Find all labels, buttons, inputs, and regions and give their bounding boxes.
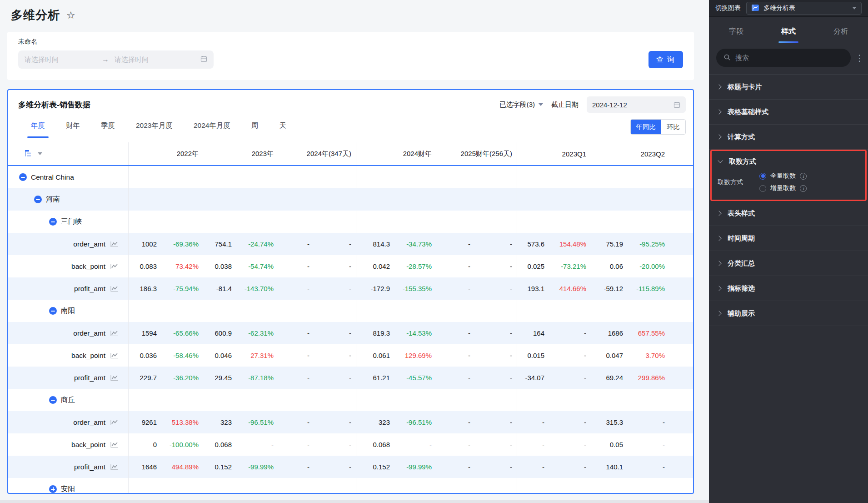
trend-chart-icon[interactable] <box>110 463 119 471</box>
period-tab-6[interactable]: 天 <box>278 117 287 138</box>
cell-value: 0.015 <box>517 352 544 359</box>
trend-chart-icon[interactable] <box>110 419 119 426</box>
dimension-header-cell[interactable] <box>8 142 129 165</box>
value-cell: 29.45-87.18% <box>203 367 278 389</box>
period-tab-5[interactable]: 周 <box>250 117 259 138</box>
value-cell <box>203 166 278 188</box>
section-header-header-style[interactable]: 表头样式 <box>709 201 868 226</box>
table-header-row: 2022年2023年2024年(347天)2024财年2025财年(256天)2… <box>8 142 693 166</box>
period-tab-2[interactable]: 季度 <box>100 117 116 138</box>
sidebar-search-input[interactable]: 搜索 <box>716 49 851 67</box>
period-tab-4[interactable]: 2024年月度 <box>193 117 231 138</box>
value-cell: -- <box>278 233 356 255</box>
cell-value: 323 <box>356 418 390 426</box>
value-cell: -- <box>278 367 356 389</box>
value-cell <box>203 300 278 322</box>
radio-option-1[interactable]: 增量取数i <box>759 184 807 192</box>
radio-option-0[interactable]: 全量取数i <box>759 172 807 180</box>
group-label: 安阳 <box>61 484 75 494</box>
collapse-minus-icon[interactable] <box>19 173 27 181</box>
table-row: profit_amt186.3-75.94%-81.4-143.70%---17… <box>8 277 693 300</box>
metric-cell: profit_amt <box>8 456 129 478</box>
value-cell: 0.061129.69% <box>356 344 436 367</box>
section-label: 表格基础样式 <box>728 108 768 116</box>
cell-percent: -62.31% <box>232 329 274 337</box>
sidebar-tab-0[interactable]: 字段 <box>729 17 743 46</box>
cell-percent: -73.21% <box>544 262 586 270</box>
date-end-input[interactable]: 请选择时间 <box>115 55 200 64</box>
chevron-right-icon <box>716 286 721 291</box>
metric-cell: order_amt <box>8 233 129 255</box>
cell-value: - <box>436 262 470 270</box>
collapse-minus-icon[interactable] <box>34 196 42 203</box>
section-header-calc-method[interactable]: 计算方式 <box>709 125 868 150</box>
cell-percent: -75.94% <box>157 285 199 292</box>
analysis-table-panel[interactable]: 多维分析表-销售数据 已选字段(3) 截止日期 2024-12-12 年度财年季… <box>7 89 694 494</box>
period-tab-0[interactable]: 年度 <box>30 117 46 138</box>
deadline-date-input[interactable]: 2024-12-12 <box>587 96 686 113</box>
favorite-star-icon[interactable]: ☆ <box>66 10 75 20</box>
value-cell <box>591 389 693 411</box>
horizontal-scrollbar[interactable] <box>0 500 709 503</box>
collapse-minus-icon[interactable] <box>49 218 57 226</box>
cell-percent: -54.74% <box>232 262 274 270</box>
cell-percent: - <box>309 374 351 382</box>
query-button[interactable]: 查 询 <box>649 51 683 68</box>
radio-selected-icon[interactable] <box>759 173 766 180</box>
section-header-auxiliary-display[interactable]: 辅助展示 <box>709 301 868 326</box>
section-header-fetch-method[interactable]: 取数方式 <box>712 151 865 172</box>
table-row: order_amt1594-65.66%600.9-62.31%--819.3-… <box>8 322 693 344</box>
cell-value: - <box>436 441 470 448</box>
value-cell: 0.068- <box>356 433 436 456</box>
cell-value: - <box>278 329 309 337</box>
trend-chart-icon[interactable] <box>110 352 119 359</box>
section-header-table-base-style[interactable]: 表格基础样式 <box>709 100 868 125</box>
date-range-picker[interactable]: 请选择时间 → 请选择时间 <box>18 50 214 69</box>
compare-option-1[interactable]: 环比 <box>661 120 685 134</box>
cell-percent: - <box>544 463 586 471</box>
section-header-title-card[interactable]: 标题与卡片 <box>709 75 868 100</box>
date-start-input[interactable]: 请选择时间 <box>25 55 102 64</box>
trend-chart-icon[interactable] <box>110 285 119 292</box>
section-header-time-period[interactable]: 时间周期 <box>709 226 868 251</box>
sidebar-tab-1[interactable]: 样式 <box>781 17 796 46</box>
trend-chart-icon[interactable] <box>110 441 119 448</box>
sidebar-tab-2[interactable]: 分析 <box>833 17 848 46</box>
value-cell: 0.036-58.46% <box>129 344 203 367</box>
column-header: 2023Q2 <box>591 142 693 165</box>
section-label: 时间周期 <box>728 234 755 243</box>
group-cell: Central China <box>8 166 129 188</box>
selected-fields-dropdown[interactable]: 已选字段(3) <box>499 101 543 109</box>
trend-chart-icon[interactable] <box>110 263 119 270</box>
radio-unselected-icon[interactable] <box>759 185 766 192</box>
section-header-category-summary[interactable]: 分类汇总 <box>709 251 868 276</box>
cell-value: 69.24 <box>591 374 623 382</box>
section-label: 表头样式 <box>728 209 755 218</box>
info-icon[interactable]: i <box>800 173 807 180</box>
trend-chart-icon[interactable] <box>110 241 119 248</box>
more-options-icon[interactable]: ⋮ <box>855 53 863 63</box>
trend-chart-icon[interactable] <box>110 330 119 337</box>
chart-type-select[interactable]: 多维分析表 <box>746 2 862 15</box>
period-tab-3[interactable]: 2023年月度 <box>135 117 174 138</box>
value-cell <box>203 211 278 233</box>
compare-option-0[interactable]: 年同比 <box>631 120 662 134</box>
period-tab-1[interactable]: 财年 <box>65 117 81 138</box>
collapse-minus-icon[interactable] <box>49 307 57 315</box>
info-icon[interactable]: i <box>800 185 807 192</box>
chart-type-value: 多维分析表 <box>763 4 795 12</box>
cell-percent: - <box>470 262 512 270</box>
collapse-minus-icon[interactable] <box>49 396 57 404</box>
value-cell: -- <box>278 277 356 300</box>
group-cell: 商丘 <box>8 389 129 411</box>
trend-chart-icon[interactable] <box>110 374 119 382</box>
cell-value: - <box>278 463 309 471</box>
cell-value: - <box>517 463 544 471</box>
cell-value: 0 <box>129 441 157 448</box>
metric-label: profit_amt <box>74 374 105 382</box>
value-cell <box>278 211 356 233</box>
section-header-metric-filter[interactable]: 指标筛选 <box>709 276 868 301</box>
expand-plus-icon[interactable] <box>49 485 57 493</box>
cell-value: 0.046 <box>203 352 232 359</box>
tree-hierarchy-icon[interactable] <box>25 150 32 158</box>
